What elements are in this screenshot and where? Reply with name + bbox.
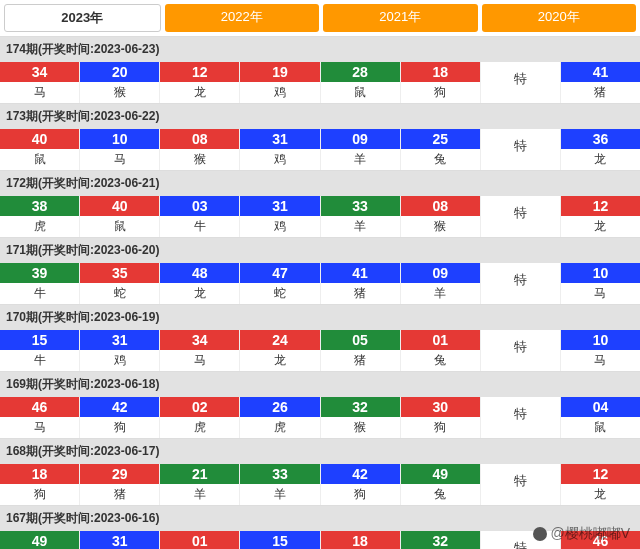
ball-zodiac: 龙 <box>594 149 606 170</box>
ball-cell: 39牛 <box>0 263 80 304</box>
ball-number: 39 <box>0 263 79 283</box>
ball-zodiac: 龙 <box>274 350 286 371</box>
ball-number: 31 <box>80 531 159 549</box>
ball-zodiac: 蛇 <box>114 283 126 304</box>
results-list: 174期(开奖时间:2023-06-23)34马20猴12龙19鸡28鼠18狗特… <box>0 36 640 549</box>
period-header: 170期(开奖时间:2023-06-19) <box>0 305 640 330</box>
ball-zodiac: 鼠 <box>114 216 126 237</box>
ball-number: 32 <box>321 397 400 417</box>
ball-cell: 15牛 <box>0 330 80 371</box>
ball-number: 26 <box>240 397 319 417</box>
ball-cell: 49兔 <box>401 464 481 505</box>
special-ball-cell: 36龙 <box>561 129 640 170</box>
special-label: 特 <box>514 263 527 291</box>
ball-zodiac: 虎 <box>274 417 286 438</box>
ball-cell: 31鸡 <box>80 531 160 549</box>
ball-number: 31 <box>240 129 319 149</box>
ball-cell: 31鸡 <box>80 330 160 371</box>
year-tab-2020年[interactable]: 2020年 <box>482 4 637 32</box>
ball-cell: 01兔 <box>401 330 481 371</box>
ball-number: 01 <box>160 531 239 549</box>
ball-cell: 24龙 <box>240 330 320 371</box>
ball-zodiac: 马 <box>114 149 126 170</box>
ball-number: 41 <box>321 263 400 283</box>
ball-zodiac: 猪 <box>354 283 366 304</box>
ball-cell: 15牛 <box>240 531 320 549</box>
period-row: 170期(开奖时间:2023-06-19)15牛31鸡34马24龙05猪01兔特… <box>0 304 640 371</box>
ball-zodiac: 马 <box>594 283 606 304</box>
ball-zodiac: 鸡 <box>114 350 126 371</box>
ball-cell: 38虎 <box>0 196 80 237</box>
ball-number: 34 <box>0 62 79 82</box>
ball-cell: 40鼠 <box>0 129 80 170</box>
ball-cell: 48龙 <box>160 263 240 304</box>
ball-row: 46马42狗02虎26虎32猴30狗特04鼠 <box>0 397 640 438</box>
ball-number: 34 <box>160 330 239 350</box>
ball-cell: 42狗 <box>80 397 160 438</box>
weibo-icon <box>533 527 547 541</box>
special-label-cell: 特 <box>481 129 561 170</box>
ball-number: 46 <box>0 397 79 417</box>
ball-zodiac: 鼠 <box>34 149 46 170</box>
ball-number: 03 <box>160 196 239 216</box>
year-tab-2021年[interactable]: 2021年 <box>323 4 478 32</box>
ball-number: 31 <box>240 196 319 216</box>
special-ball-cell: 04鼠 <box>561 397 640 438</box>
ball-number: 47 <box>240 263 319 283</box>
ball-number: 49 <box>401 464 480 484</box>
ball-number: 33 <box>240 464 319 484</box>
ball-zodiac: 猴 <box>354 417 366 438</box>
ball-number: 18 <box>0 464 79 484</box>
ball-number: 21 <box>160 464 239 484</box>
ball-number: 12 <box>160 62 239 82</box>
year-tab-2022年[interactable]: 2022年 <box>165 4 320 32</box>
ball-row: 40鼠10马08猴31鸡09羊25兔特36龙 <box>0 129 640 170</box>
ball-cell: 09羊 <box>401 263 481 304</box>
ball-zodiac: 牛 <box>194 216 206 237</box>
ball-cell: 33羊 <box>240 464 320 505</box>
ball-cell: 49兔 <box>0 531 80 549</box>
ball-cell: 05猪 <box>321 330 401 371</box>
ball-zodiac: 龙 <box>594 484 606 505</box>
ball-zodiac: 蛇 <box>274 283 286 304</box>
ball-number: 41 <box>561 62 640 82</box>
ball-zodiac: 牛 <box>34 350 46 371</box>
period-row: 168期(开奖时间:2023-06-17)18狗29猪21羊33羊42狗49兔特… <box>0 438 640 505</box>
ball-cell: 32猴 <box>321 397 401 438</box>
ball-cell: 47蛇 <box>240 263 320 304</box>
ball-number: 38 <box>0 196 79 216</box>
ball-number: 15 <box>240 531 319 549</box>
special-label-cell: 特 <box>481 330 561 371</box>
ball-number: 18 <box>321 531 400 549</box>
ball-zodiac: 狗 <box>114 417 126 438</box>
ball-number: 36 <box>561 129 640 149</box>
period-row: 174期(开奖时间:2023-06-23)34马20猴12龙19鸡28鼠18狗特… <box>0 36 640 103</box>
ball-zodiac: 羊 <box>354 149 366 170</box>
ball-zodiac: 马 <box>34 82 46 103</box>
watermark-text: @樱桃嘟嘟V <box>550 525 630 541</box>
ball-zodiac: 鸡 <box>274 216 286 237</box>
ball-number: 02 <box>160 397 239 417</box>
ball-cell: 31鸡 <box>240 196 320 237</box>
ball-number: 08 <box>160 129 239 149</box>
ball-cell: 20猴 <box>80 62 160 103</box>
ball-number: 31 <box>80 330 159 350</box>
ball-cell: 41猪 <box>321 263 401 304</box>
period-header: 172期(开奖时间:2023-06-21) <box>0 171 640 196</box>
ball-zodiac: 羊 <box>434 283 446 304</box>
ball-row: 15牛31鸡34马24龙05猪01兔特10马 <box>0 330 640 371</box>
special-label-cell: 特 <box>481 464 561 505</box>
ball-number: 40 <box>80 196 159 216</box>
ball-zodiac: 虎 <box>34 216 46 237</box>
ball-cell: 19鸡 <box>240 62 320 103</box>
ball-zodiac: 牛 <box>34 283 46 304</box>
watermark: @樱桃嘟嘟V <box>533 525 630 543</box>
ball-row: 39牛35蛇48龙47蛇41猪09羊特10马 <box>0 263 640 304</box>
year-tab-2023年[interactable]: 2023年 <box>4 4 161 32</box>
ball-number: 48 <box>160 263 239 283</box>
ball-zodiac: 猴 <box>434 216 446 237</box>
ball-cell: 25兔 <box>401 129 481 170</box>
ball-number: 08 <box>401 196 480 216</box>
ball-zodiac: 鸡 <box>274 82 286 103</box>
ball-row: 18狗29猪21羊33羊42狗49兔特12龙 <box>0 464 640 505</box>
